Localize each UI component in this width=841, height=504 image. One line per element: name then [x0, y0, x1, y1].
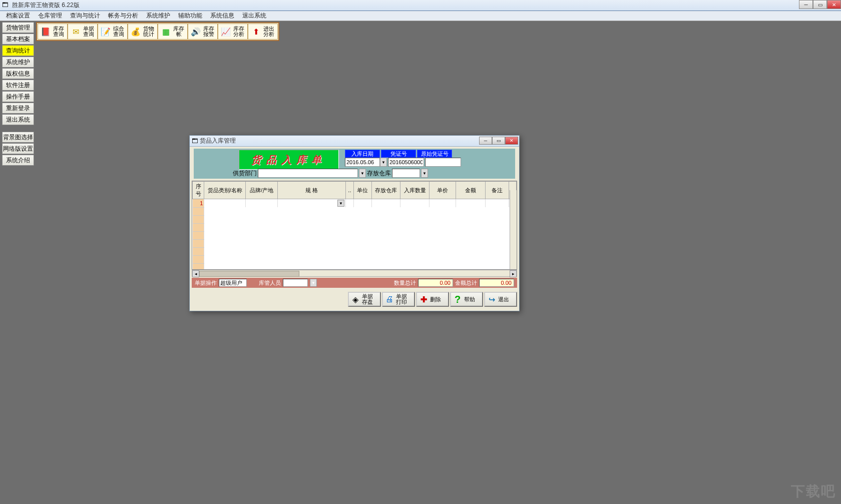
tb-io-analysis[interactable]: ⬆进出分析: [248, 24, 278, 40]
supplier-label: 供货部门: [233, 169, 257, 178]
th-seq[interactable]: 序号: [193, 182, 204, 199]
table-row[interactable]: 1 ▼: [193, 199, 517, 208]
ledger-icon: ▦: [159, 25, 172, 38]
orig-voucher-input[interactable]: [425, 158, 461, 167]
menu-archive[interactable]: 档案设置: [2, 11, 34, 21]
qty-total: 0.00: [418, 279, 453, 287]
help-button[interactable]: ?帮助: [450, 292, 483, 307]
menu-query[interactable]: 查询与统计: [66, 11, 104, 21]
sidebar-item-intro[interactable]: 系统介绍: [2, 155, 34, 166]
date-input[interactable]: [345, 158, 380, 167]
menu-warehouse[interactable]: 仓库管理: [34, 11, 66, 21]
form-header: 货品入库单 入库日期 凭证号 原始凭证号 ▼ 供货部门 ▼ 存放仓库: [194, 149, 515, 179]
main-titlebar: 🗔 胜新库管王物资版 6.22版 ─ ▭ ✕: [0, 0, 841, 11]
supplier-input[interactable]: [258, 169, 358, 178]
child-close-button[interactable]: ✕: [505, 137, 518, 145]
supplier-dropdown-icon[interactable]: ▼: [359, 169, 366, 178]
vertical-scrollbar[interactable]: [510, 190, 517, 269]
tb-stock-query[interactable]: 📕库存查询: [38, 24, 68, 40]
footer-strip: 单据操作 超级用户 库管人员 ▼ 数量总计 0.00 金额总计 0.00: [192, 278, 517, 288]
sidebar-item-register[interactable]: 软件注册: [2, 80, 34, 91]
warehouse-input[interactable]: [392, 169, 420, 178]
th-store[interactable]: 存放仓库: [372, 182, 400, 199]
print-button[interactable]: 🖨单据打印: [382, 292, 415, 307]
sidebar-item-goods[interactable]: 货物管理: [2, 22, 34, 33]
delete-button[interactable]: ✚删除: [416, 292, 449, 307]
child-minimize-button[interactable]: ─: [479, 137, 492, 145]
op-label: 单据操作: [195, 279, 217, 287]
th-brand[interactable]: 品牌/产地: [246, 182, 278, 199]
child-titlebar: 🗔 货品入库管理 ─ ▭ ✕: [190, 136, 519, 147]
menu-account[interactable]: 帐务与分析: [104, 11, 142, 21]
th-remark[interactable]: 备注: [486, 182, 509, 199]
menu-system[interactable]: 系统维护: [142, 11, 174, 21]
arrow-up-icon: ⬆: [249, 25, 262, 38]
save-button[interactable]: ◈单据存盘: [348, 292, 381, 307]
envelope-icon: ✉: [69, 25, 82, 38]
sidebar-item-background[interactable]: 背景图选择: [2, 132, 34, 143]
menu-info[interactable]: 系统信息: [206, 11, 238, 21]
sidebar-item-copyright[interactable]: 版权信息: [2, 68, 34, 79]
date-dropdown-icon[interactable]: ▼: [380, 158, 387, 167]
keeper-dropdown-icon[interactable]: ▼: [310, 279, 317, 287]
speaker-icon: 🔊: [189, 25, 202, 38]
th-unit[interactable]: 单位: [353, 182, 371, 199]
child-window: 🗔 货品入库管理 ─ ▭ ✕ 货品入库单 入库日期 凭证号 原始凭证号 ▼: [189, 135, 520, 311]
th-amount[interactable]: 金额: [456, 182, 485, 199]
warehouse-label: 存放仓库: [367, 169, 391, 178]
th-price[interactable]: 单价: [429, 182, 456, 199]
tb-stock-analysis[interactable]: 📈库存分析: [218, 24, 248, 40]
maximize-button[interactable]: ▭: [813, 0, 827, 9]
exit-button[interactable]: ↪退出: [484, 292, 517, 307]
minimize-button[interactable]: ─: [799, 0, 813, 9]
voucher-label: 凭证号: [381, 150, 416, 158]
orig-voucher-label: 原始凭证号: [417, 150, 452, 158]
row-num: 1: [193, 199, 204, 208]
warehouse-dropdown-icon[interactable]: ▼: [421, 169, 428, 178]
th-qty[interactable]: 入库数量: [400, 182, 429, 199]
voucher-input[interactable]: [388, 158, 424, 167]
sidebar-item-exit[interactable]: 退出系统: [2, 114, 34, 125]
sidebar-item-query[interactable]: 查询统计: [2, 45, 34, 56]
child-maximize-button[interactable]: ▭: [492, 137, 505, 145]
keeper-label: 库管人员: [259, 279, 281, 287]
tb-stock-alarm[interactable]: 🔊库存报警: [188, 24, 218, 40]
scroll-thumb[interactable]: [199, 271, 299, 277]
printer-icon: 🖨: [384, 294, 395, 305]
note-icon: 📝: [99, 25, 112, 38]
close-button[interactable]: ✕: [827, 0, 841, 9]
watermark: 下载吧: [791, 482, 836, 501]
keeper-select[interactable]: [283, 279, 308, 287]
form-title: 货品入库单: [251, 153, 326, 167]
toolbar: 📕库存查询 ✉单据查询 📝综合查询 💰货物统计 ▦库存帐 🔊库存报警 📈库存分析…: [36, 22, 279, 41]
sidebar-item-relogin[interactable]: 重新登录: [2, 103, 34, 114]
sidebar-item-system[interactable]: 系统维护: [2, 57, 34, 68]
th-dots[interactable]: ..: [345, 182, 353, 199]
child-title: 货品入库管理: [200, 137, 236, 145]
scroll-right-icon[interactable]: ▸: [510, 270, 517, 277]
question-icon: ?: [452, 294, 463, 305]
sidebar-item-archive[interactable]: 基本档案: [2, 34, 34, 45]
spec-dropdown-icon[interactable]: ▼: [337, 200, 344, 207]
horizontal-scrollbar[interactable]: ◂ ▸: [192, 270, 517, 277]
tb-goods-stats[interactable]: 💰货物统计: [128, 24, 158, 40]
menu-exit[interactable]: 退出系统: [238, 11, 270, 21]
menu-assist[interactable]: 辅助功能: [174, 11, 206, 21]
sidebar-item-network[interactable]: 网络版设置: [2, 143, 34, 154]
sidebar-item-manual[interactable]: 操作手册: [2, 91, 34, 102]
th-name[interactable]: 货品类别/名称: [204, 182, 246, 199]
menubar: 档案设置 仓库管理 查询与统计 帐务与分析 系统维护 辅助功能 系统信息 退出系…: [0, 11, 841, 21]
action-row: ◈单据存盘 🖨单据打印 ✚删除 ?帮助 ↪退出: [190, 289, 519, 311]
sidebar: 货物管理 基本档案 查询统计 系统维护 版权信息 软件注册 操作手册 重新登录 …: [2, 22, 34, 166]
book-icon: 📕: [39, 25, 52, 38]
amt-total: 0.00: [479, 279, 514, 287]
tb-composite-query[interactable]: 📝综合查询: [98, 24, 128, 40]
form-title-box: 货品入库单: [239, 150, 339, 170]
th-spec[interactable]: 规 格: [277, 182, 345, 199]
app-small-icon: 🗔: [192, 138, 198, 145]
tb-bill-query[interactable]: ✉单据查询: [68, 24, 98, 40]
tb-stock-ledger[interactable]: ▦库存帐: [158, 24, 188, 40]
qty-label: 数量总计: [394, 279, 416, 287]
save-icon: ◈: [350, 294, 361, 305]
scroll-left-icon[interactable]: ◂: [192, 270, 199, 277]
